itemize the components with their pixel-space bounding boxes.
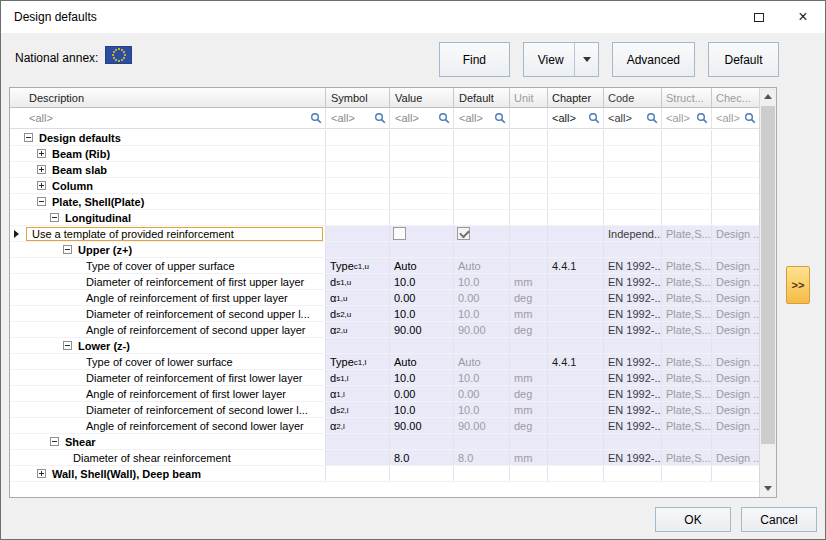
expand-icon[interactable] <box>37 149 46 158</box>
table-row[interactable]: Diameter of reinforcement of first upper… <box>10 274 759 290</box>
table-row[interactable]: Plate, Shell(Plate) <box>10 194 759 210</box>
value-cell[interactable] <box>390 226 454 241</box>
table-row[interactable]: Design defaults <box>10 130 759 146</box>
filter-structure[interactable]: <all> <box>662 108 712 128</box>
table-row[interactable]: Wall, Shell(Wall), Deep beam <box>10 466 759 482</box>
filter-code[interactable]: <all> <box>604 108 662 128</box>
value-cell[interactable] <box>390 242 454 257</box>
description-cell[interactable]: Upper (z+) <box>24 242 326 257</box>
expand-icon[interactable] <box>37 469 46 478</box>
column-header-default[interactable]: Default <box>454 88 510 107</box>
scrollbar-thumb[interactable] <box>761 106 775 444</box>
column-header-unit[interactable]: Unit <box>510 88 548 107</box>
default-checkbox[interactable] <box>457 227 470 240</box>
value-cell[interactable]: 0.00 <box>390 386 454 401</box>
value-cell[interactable] <box>390 178 454 193</box>
find-button[interactable]: Find <box>439 42 510 77</box>
table-row[interactable]: Angle of reinforcement of second upper l… <box>10 322 759 338</box>
value-cell[interactable]: 0.00 <box>390 290 454 305</box>
expand-panel-button[interactable]: >> <box>786 266 810 304</box>
table-row[interactable]: Diameter of shear reinforcement8.08.0mmE… <box>10 450 759 466</box>
description-cell[interactable]: Angle of reinforcement of first upper la… <box>24 290 326 305</box>
value-cell[interactable]: Auto <box>390 354 454 369</box>
table-row[interactable]: Angle of reinforcement of first upper la… <box>10 290 759 306</box>
table-row[interactable]: Lower (z-) <box>10 338 759 354</box>
table-row[interactable]: Use a template of provided reinforcement… <box>10 226 759 242</box>
cancel-button[interactable]: Cancel <box>741 507 817 532</box>
table-row[interactable]: Angle of reinforcement of second lower l… <box>10 418 759 434</box>
default-button[interactable]: Default <box>708 42 779 77</box>
table-row[interactable]: Column <box>10 178 759 194</box>
table-row[interactable]: Upper (z+) <box>10 242 759 258</box>
collapse-icon[interactable] <box>63 341 72 350</box>
table-row[interactable]: Angle of reinforcement of first lower la… <box>10 386 759 402</box>
view-dropdown[interactable] <box>574 43 591 76</box>
description-cell[interactable]: Angle of reinforcement of first lower la… <box>24 386 326 401</box>
value-cell[interactable] <box>390 338 454 353</box>
column-header-check[interactable]: Chec... <box>712 88 759 107</box>
column-header-symbol[interactable]: Symbol <box>326 88 390 107</box>
filter-description[interactable]: <all> <box>24 108 326 128</box>
value-cell[interactable]: 10.0 <box>390 274 454 289</box>
advanced-button[interactable]: Advanced <box>612 42 695 77</box>
table-row[interactable]: Shear <box>10 434 759 450</box>
search-icon[interactable] <box>374 112 386 124</box>
search-icon[interactable] <box>310 112 322 124</box>
collapse-icon[interactable] <box>50 437 59 446</box>
filter-unit[interactable] <box>510 108 548 128</box>
description-cell[interactable]: Design defaults <box>24 130 326 145</box>
search-icon[interactable] <box>744 112 756 124</box>
column-header-description[interactable]: Description <box>24 88 326 107</box>
table-row[interactable]: Beam (Rib) <box>10 146 759 162</box>
column-header-value[interactable]: Value <box>390 88 454 107</box>
filter-check[interactable]: <all> <box>712 108 759 128</box>
value-cell[interactable] <box>390 194 454 209</box>
filter-value-column[interactable]: <all> <box>390 108 454 128</box>
description-cell[interactable]: Diameter of reinforcement of second uppe… <box>24 306 326 321</box>
description-cell[interactable]: Plate, Shell(Plate) <box>24 194 326 209</box>
value-cell[interactable] <box>390 434 454 449</box>
vertical-scrollbar[interactable] <box>759 88 776 497</box>
value-cell[interactable] <box>390 130 454 145</box>
description-cell[interactable]: Angle of reinforcement of second lower l… <box>24 418 326 433</box>
search-icon[interactable] <box>646 112 658 124</box>
description-cell[interactable]: Beam slab <box>24 162 326 177</box>
search-icon[interactable] <box>494 112 506 124</box>
maximize-button[interactable] <box>737 1 781 33</box>
collapse-icon[interactable] <box>37 197 46 206</box>
column-header-code[interactable]: Code <box>604 88 662 107</box>
value-cell[interactable] <box>390 210 454 225</box>
table-row[interactable]: Beam slab <box>10 162 759 178</box>
value-cell[interactable]: 90.00 <box>390 322 454 337</box>
close-button[interactable]: × <box>781 1 825 33</box>
eu-flag-icon[interactable] <box>105 46 132 64</box>
expand-icon[interactable] <box>37 165 46 174</box>
expand-icon[interactable] <box>37 181 46 190</box>
filter-chapter[interactable]: <all> <box>548 108 604 128</box>
description-cell[interactable]: Column <box>24 178 326 193</box>
description-cell[interactable]: Type of cover of upper surface <box>24 258 326 273</box>
description-cell[interactable]: Type of cover of lower surface <box>24 354 326 369</box>
description-cell[interactable]: Diameter of shear reinforcement <box>24 450 326 465</box>
description-cell[interactable]: Beam (Rib) <box>24 146 326 161</box>
scroll-up-button[interactable] <box>760 88 776 105</box>
table-row[interactable]: Diameter of reinforcement of first lower… <box>10 370 759 386</box>
search-icon[interactable] <box>438 112 450 124</box>
value-cell[interactable] <box>390 466 454 481</box>
collapse-icon[interactable] <box>50 213 59 222</box>
description-cell[interactable]: Diameter of reinforcement of second lowe… <box>24 402 326 417</box>
value-cell[interactable]: 10.0 <box>390 402 454 417</box>
value-cell[interactable] <box>390 162 454 177</box>
scroll-down-button[interactable] <box>760 480 776 497</box>
filter-symbol[interactable]: <all> <box>326 108 390 128</box>
value-cell[interactable]: 8.0 <box>390 450 454 465</box>
table-row[interactable]: Diameter of reinforcement of second uppe… <box>10 306 759 322</box>
search-icon[interactable] <box>696 112 708 124</box>
description-cell[interactable]: Use a template of provided reinforcement <box>24 226 326 241</box>
description-cell[interactable]: Lower (z-) <box>24 338 326 353</box>
value-cell[interactable]: Auto <box>390 258 454 273</box>
table-row[interactable]: Diameter of reinforcement of second lowe… <box>10 402 759 418</box>
view-button[interactable]: View <box>523 42 599 77</box>
ok-button[interactable]: OK <box>655 507 731 532</box>
description-cell[interactable]: Diameter of reinforcement of first lower… <box>24 370 326 385</box>
